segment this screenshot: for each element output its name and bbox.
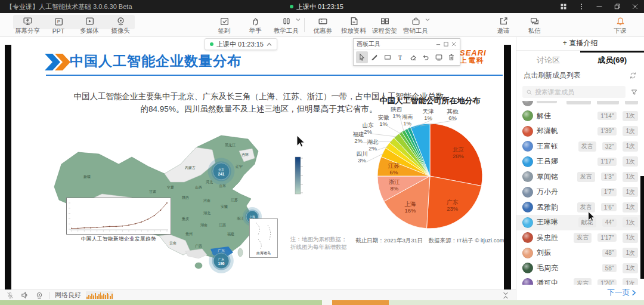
member-row-王琳琳[interactable]: 王琳琳献花44"1次 <box>516 215 644 230</box>
pie-leader-line <box>387 126 401 134</box>
close-button[interactable] <box>626 0 644 13</box>
toolbar-ppt[interactable]: PPPT <box>43 13 74 37</box>
member-row-郑潇帆[interactable]: 郑潇帆1'39"1次 <box>516 124 644 139</box>
member-row-孟雅韵[interactable]: 孟雅韵发言1'6"1次 <box>516 200 644 215</box>
member-badge: 1次 <box>623 126 638 136</box>
member-name: 刘振 <box>537 248 596 258</box>
member-name: 解佳 <box>537 111 592 121</box>
pie-label-湖南: 湖南1% <box>402 113 413 127</box>
map-label-安徽: 安徽 <box>221 204 228 209</box>
toolbar-direct-message[interactable]: 私信 <box>519 13 550 37</box>
palette-text-tool[interactable]: T <box>395 51 407 63</box>
refresh-icon[interactable] <box>629 72 637 79</box>
avatar <box>522 156 533 167</box>
palette-eraser[interactable] <box>407 51 419 63</box>
class-status-pill[interactable]: 上课中 01:23:15 <box>205 38 277 50</box>
toolbar-marketing-tools[interactable]: 营销工具 <box>400 13 431 37</box>
toolbar-raise-hand[interactable]: 举手 <box>240 13 271 37</box>
toolbar-multimedia[interactable]: 多媒体 <box>74 13 105 37</box>
pie-label-安徽: 安徽1% <box>378 114 389 127</box>
collapse-stage-icon[interactable] <box>501 291 510 300</box>
palette-tools: T <box>354 50 460 65</box>
palette-pen[interactable] <box>369 51 381 63</box>
refresh-members-row[interactable]: 点击刷新成员列表 <box>516 67 644 83</box>
toolbar-check-in[interactable]: 签到 <box>209 13 240 37</box>
toolbar-invite[interactable]: 邀请 <box>488 13 519 37</box>
pie-chart-footer: 截止日期：2021年3月31日 数据来源：IT桔子 © itjuzi.com <box>352 237 504 245</box>
palette-board[interactable] <box>433 51 445 63</box>
member-row-潘可中[interactable]: 潘可中发言1'20"1次 <box>516 276 644 285</box>
layout-grid-icon[interactable] <box>555 0 572 13</box>
map-label-甘肃: 甘肃 <box>149 190 156 193</box>
member-name: 郑潇帆 <box>537 126 592 136</box>
main-toolbar: 屏幕分享PPPT多媒体摄像头 签到举手教学工具优惠券投放资料课程货架营销工具 邀… <box>0 13 644 37</box>
palette-minimize-icon[interactable] <box>435 41 441 47</box>
member-row-解佳[interactable]: 解佳1'14"1次 <box>516 109 644 124</box>
minimize-button[interactable] <box>590 0 608 13</box>
mouse-cursor <box>296 135 305 147</box>
window-titlebar: 【专业课】人工智能技术基础 3.0.6.30 Beta 上课中 01:23:15 <box>0 0 644 13</box>
toolbar-materials-label: 投放资料 <box>341 27 366 35</box>
palette-trash[interactable] <box>446 51 458 63</box>
toolbar-webcam[interactable]: 摄像头 <box>105 13 136 37</box>
live-intro-header[interactable]: + 直播介绍 <box>516 36 644 51</box>
member-row-覃闻铭[interactable]: 覃闻铭发言1'3"1次 <box>516 170 644 185</box>
toolbar-coupon[interactable]: 优惠券 <box>307 13 338 37</box>
toolbar-coupon-label: 优惠券 <box>313 27 332 35</box>
member-row-吴忠胜[interactable]: 吴忠胜发言1'17"1次 <box>516 230 644 246</box>
member-badge: 发言 <box>577 172 595 182</box>
toolbar-marketing-tools-label: 营销工具 <box>403 27 428 35</box>
member-badge: 44" <box>602 218 617 227</box>
toolbar-course-shelf[interactable]: 课程货架 <box>369 13 400 37</box>
palette-maximize-icon[interactable] <box>443 41 449 47</box>
chevron-up-icon[interactable] <box>267 42 272 47</box>
member-row-王吕娜[interactable]: 王吕娜1'17"1次 <box>516 154 644 170</box>
tab-discussion[interactable]: 讨论区 <box>516 51 580 67</box>
audio-waveform <box>86 291 113 300</box>
pie-label-广东: 广东23% <box>447 199 458 212</box>
member-badge: 1次 <box>623 278 638 285</box>
palette-close-icon[interactable] <box>451 41 457 47</box>
speaker-icon[interactable] <box>20 291 29 300</box>
avatar <box>522 126 533 137</box>
map-label-湖北: 湖北 <box>203 211 210 215</box>
member-row-毛周亮[interactable]: 毛周亮58"1次 <box>516 261 644 276</box>
palette-rect-tool[interactable] <box>382 51 394 63</box>
svg-text:T: T <box>398 54 402 61</box>
toolbar-teaching-tools[interactable]: 教学工具 <box>271 13 302 37</box>
more-menu-icon[interactable] <box>572 0 590 13</box>
tab-members[interactable]: 成员(69) <box>580 51 644 67</box>
toolbar-end-group: 下课 <box>605 13 636 37</box>
toolbar-teaching-tools-label: 教学工具 <box>274 27 299 35</box>
member-badge: 1'6" <box>601 203 617 211</box>
pie-label-江苏: 江苏6% <box>388 162 400 175</box>
trend-line <box>72 203 167 229</box>
board-icon <box>435 53 443 61</box>
search-input[interactable]: 搜索课堂成员 <box>522 86 626 98</box>
toolbar-materials[interactable]: 投放资料 <box>338 13 369 37</box>
member-row-clipped[interactable] <box>516 101 644 109</box>
restore-button[interactable] <box>608 0 626 13</box>
member-row-万小丹[interactable]: 万小丹1'7"1次 <box>516 184 644 200</box>
palette-titlebar[interactable]: 画板工具 <box>354 39 460 50</box>
microphone-muted-icon[interactable] <box>6 291 14 300</box>
member-row-王富钰[interactable]: 王富钰发言32"1次 <box>516 139 644 155</box>
avatar <box>522 232 533 243</box>
member-list[interactable]: 解佳1'14"1次郑潇帆1'39"1次王富钰发言32"1次王吕娜1'17"1次覃… <box>516 101 644 285</box>
map-label-重庆: 重庆 <box>181 217 189 221</box>
teaching-tools-icon <box>281 16 292 26</box>
pie-label-陕西: 陕西1% <box>391 106 402 119</box>
member-badge: 1'20" <box>597 279 617 285</box>
next-page-button[interactable]: 下一页 <box>516 285 644 300</box>
member-row-刘振[interactable]: 刘振48"1次 <box>516 245 644 261</box>
filter-funnel-icon[interactable] <box>630 88 638 96</box>
pie-label-山东: 山东2% <box>363 122 374 135</box>
camera-status-icon[interactable] <box>35 291 44 300</box>
toolbar-class-end[interactable]: 下课 <box>605 13 636 37</box>
toolbar-screen-share[interactable]: 屏幕分享 <box>12 13 43 37</box>
member-badge: 1'39" <box>597 127 617 135</box>
palette-undo[interactable] <box>420 51 432 63</box>
palette-cursor-tool[interactable] <box>356 51 368 63</box>
member-badge: 1次 <box>623 111 638 121</box>
right-edge-scrollbar[interactable] <box>640 176 644 279</box>
